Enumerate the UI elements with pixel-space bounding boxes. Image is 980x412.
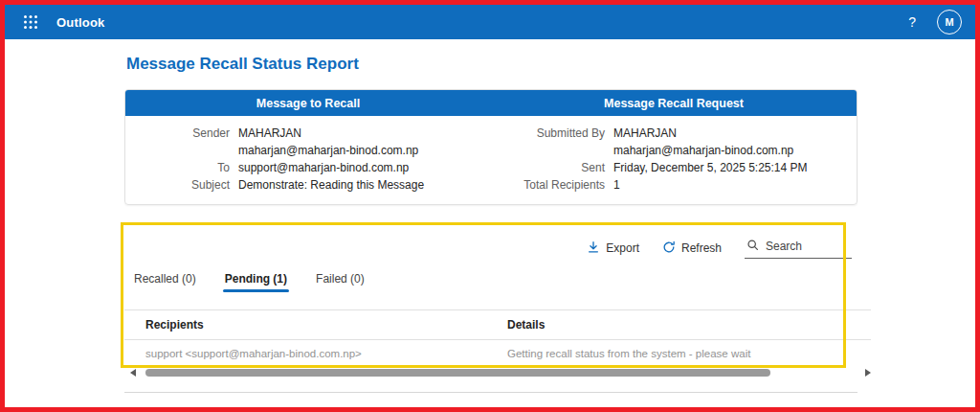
submitted-by-name: MAHARJAN [613,125,793,142]
avatar[interactable]: M [937,10,962,34]
refresh-button[interactable]: Refresh [662,240,722,257]
field-row-to: To support@maharjan-binod.com.np [125,159,491,176]
sender-name: MAHARJAN [238,125,418,142]
search-icon [746,238,759,255]
status-tabs: Recalled (0) Pending (1) Failed (0) [134,272,871,292]
tab-recalled[interactable]: Recalled (0) [134,272,196,292]
field-label: Total Recipients [491,176,613,194]
results-table-header: Recipients Details [124,309,871,340]
summary-card: Message to Recall Message Recall Request… [124,89,858,205]
export-label: Export [606,241,639,255]
summary-card-header: Message to Recall Message Recall Request [125,90,857,116]
sender-email: maharjan@maharjan-binod.com.np [238,142,418,159]
table-row: support <support@maharjan-binod.com.np> … [124,340,871,364]
sent-datetime: Friday, December 5, 2025 5:25:14 PM [613,159,808,176]
refresh-label: Refresh [681,241,722,255]
cell-details: Getting recall status from the system - … [507,348,871,359]
refresh-icon [662,240,676,257]
tab-pending[interactable]: Pending (1) [225,272,287,292]
submitted-by-email: maharjan@maharjan-binod.com.np [613,142,793,159]
scroll-left-arrow[interactable] [130,369,136,377]
export-button[interactable]: Export [587,240,639,257]
avatar-initial: M [945,16,953,28]
download-icon [587,240,600,257]
top-bar: Outlook ? M [5,5,975,39]
summary-card-body: Sender MAHARJAN maharjan@maharjan-binod.… [125,116,857,204]
h-scrollbar [124,369,871,377]
field-label: Submitted By [491,125,613,159]
annotation-red-border: Outlook ? M Message Recall Status Report… [0,0,980,412]
summary-left-column: Sender MAHARJAN maharjan@maharjan-binod.… [125,125,491,194]
field-row-submitted-by: Submitted By MAHARJAN maharjan@maharjan-… [491,125,857,159]
scroll-thumb[interactable] [145,369,770,377]
status-toolbar: Export Refresh [124,238,871,259]
bottom-divider [124,392,858,393]
column-header-details: Details [507,318,871,332]
subject-value: Demonstrate: Reading this Message [238,176,424,194]
app-name: Outlook [56,15,105,30]
summary-right-column: Submitted By MAHARJAN maharjan@maharjan-… [491,125,857,194]
scrollbar-track[interactable] [142,369,859,377]
summary-header-message-to-recall: Message to Recall [125,90,491,116]
field-row-subject: Subject Demonstrate: Reading this Messag… [125,176,491,194]
field-value: MAHARJAN maharjan@maharjan-binod.com.np [238,125,418,159]
results-table: Recipients Details support <support@maha… [124,309,871,364]
field-row-sent: Sent Friday, December 5, 2025 5:25:14 PM [491,159,857,176]
field-label: To [125,159,238,176]
scroll-right-arrow[interactable] [865,369,871,377]
cell-recipient: support <support@maharjan-binod.com.np> [145,348,507,359]
tab-failed[interactable]: Failed (0) [316,272,365,292]
app-launcher-icon[interactable] [18,10,43,34]
help-icon[interactable]: ? [908,14,916,30]
main-content: Message Recall Status Report Message to … [5,39,975,393]
field-label: Sender [125,125,238,159]
field-row-total-recipients: Total Recipients 1 [491,176,857,194]
field-row-sender: Sender MAHARJAN maharjan@maharjan-binod.… [125,125,491,159]
field-label: Subject [125,176,238,194]
field-label: Sent [491,159,613,176]
summary-header-recall-request: Message Recall Request [491,90,857,116]
recall-status-section: Export Refresh [124,228,871,377]
search-box[interactable] [745,238,852,259]
column-header-recipients: Recipients [145,318,507,332]
to-email: support@maharjan-binod.com.np [238,159,409,176]
search-input[interactable] [766,240,840,253]
total-recipients-value: 1 [613,176,620,194]
field-value: MAHARJAN maharjan@maharjan-binod.com.np [613,125,793,159]
page-title: Message Recall Status Report [126,55,975,74]
